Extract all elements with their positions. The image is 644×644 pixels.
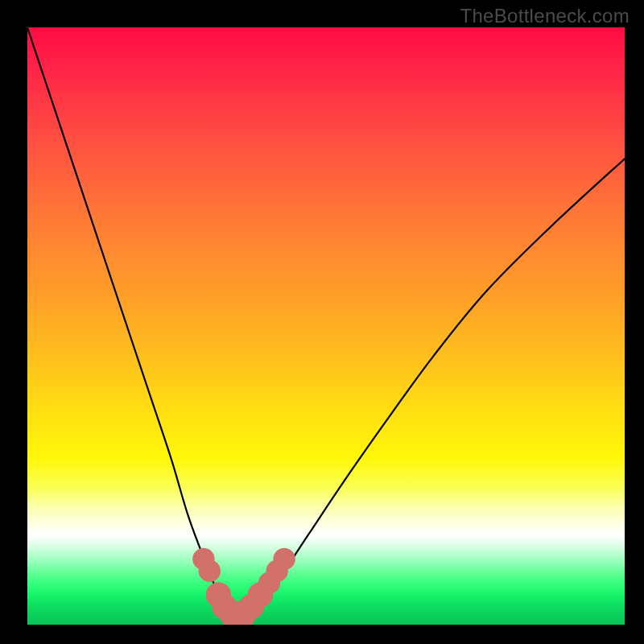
curve-layer (27, 27, 625, 625)
watermark-text: TheBottleneck.com (460, 5, 630, 27)
highlight-markers (192, 548, 295, 625)
plot-area (27, 27, 625, 625)
highlight-marker (199, 560, 221, 582)
bottleneck-curve (27, 27, 625, 616)
chart-frame: TheBottleneck.com (0, 0, 644, 644)
highlight-marker (273, 548, 295, 570)
